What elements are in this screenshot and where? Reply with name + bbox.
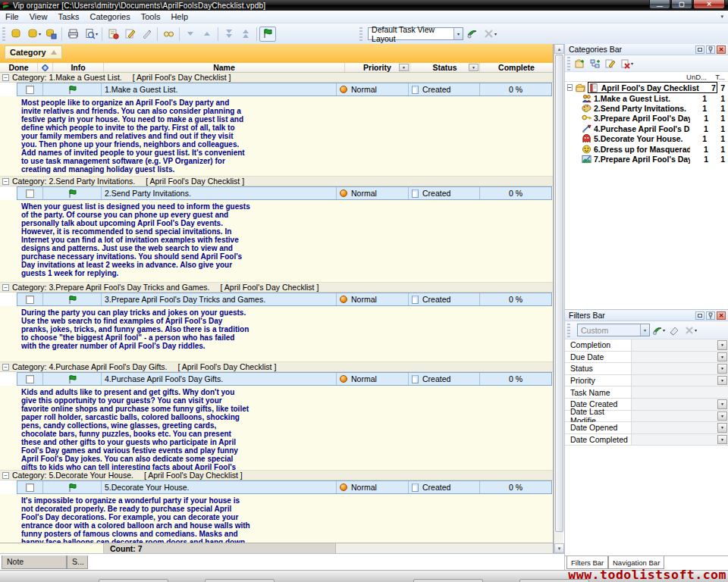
dropdown-icon[interactable]: ▼ xyxy=(717,340,727,350)
tree-item-gifts[interactable]: 4.Purchase April Fool's Day 1 1 xyxy=(565,124,728,133)
menubar-overflow-icon[interactable]: ▾ xyxy=(720,14,723,20)
done-checkbox[interactable] xyxy=(26,483,34,492)
delete-task-icon[interactable] xyxy=(138,27,155,42)
column-header-complete[interactable]: Complete xyxy=(480,63,553,72)
new-category-icon[interactable] xyxy=(573,57,588,70)
collapse-icon[interactable]: − xyxy=(2,364,9,371)
filters-toolbar-overflow-icon[interactable]: ▾ xyxy=(695,327,697,333)
tree-item-invitations[interactable]: 2.Send Party Invitations. 1 1 xyxy=(565,103,728,113)
column-total[interactable]: T... xyxy=(707,73,725,81)
priority-filter-dropdown-icon[interactable]: ▼ xyxy=(399,64,409,71)
collapse-icon[interactable]: − xyxy=(2,178,9,185)
done-checkbox[interactable] xyxy=(26,86,34,94)
collapse-icon[interactable]: − xyxy=(567,84,573,91)
task-row[interactable]: 4.Purchase April Fool's Day Gifts. Norma… xyxy=(17,372,552,386)
menu-file[interactable]: File xyxy=(0,11,24,22)
task-row[interactable]: 5.Decorate Your House. Normal Created 0 … xyxy=(17,480,552,494)
new-subcategory-icon[interactable] xyxy=(588,57,603,70)
filter-value-field[interactable]: ▼ xyxy=(632,411,728,422)
panel-pin-icon[interactable] xyxy=(706,311,715,320)
panel-close-icon[interactable]: ✕ xyxy=(717,45,726,54)
move-top-icon[interactable] xyxy=(237,27,254,42)
filter-value-field[interactable]: ▼ xyxy=(632,399,728,410)
dropdown-icon[interactable]: ▼ xyxy=(717,411,727,421)
panel-pin-icon[interactable] xyxy=(706,45,715,54)
column-header-status[interactable]: Status▼ xyxy=(410,63,480,72)
task-row[interactable]: 1.Make a Guest List. Normal Created 0 % xyxy=(17,83,552,96)
categories-toolbar-overflow-icon[interactable]: ▾ xyxy=(631,61,633,66)
tree-item-masquerade[interactable]: 6.Dress up for Masquerade. 1 1 xyxy=(565,144,728,154)
category-header-row[interactable]: − Category: 4.Purchase April Fool's Day … xyxy=(0,362,553,372)
collapse-icon[interactable]: − xyxy=(2,74,9,81)
combo-dropdown-icon[interactable]: ▾ xyxy=(453,28,463,39)
group-by-category-button[interactable]: Category xyxy=(5,45,62,59)
maximize-button[interactable]: ▢ xyxy=(671,0,692,9)
tree-item-guest-list[interactable]: 1.Make a Guest List. 1 1 xyxy=(565,93,728,103)
panel-close-icon[interactable]: ✕ xyxy=(717,311,726,320)
filter-value-field[interactable]: ▼ xyxy=(632,434,728,446)
print-preview-icon[interactable] xyxy=(81,27,98,42)
menu-view[interactable]: View xyxy=(24,11,53,22)
dropdown-icon[interactable]: ▼ xyxy=(717,435,727,445)
scroll-up-icon[interactable]: ▲ xyxy=(554,44,564,54)
column-undone[interactable]: UnD... xyxy=(684,73,707,81)
task-view-layout-combo[interactable]: Default Task View Layout ▾ xyxy=(368,27,463,40)
column-header-name[interactable]: Name xyxy=(104,63,345,72)
clear-filter-eraser-icon[interactable] xyxy=(667,324,682,337)
dropdown-icon[interactable]: ▼ xyxy=(717,376,727,386)
tree-root-checklist[interactable]: − April Fool's Day Checklist 7 7 xyxy=(565,82,728,93)
menu-help[interactable]: Help xyxy=(165,11,193,22)
tree-item-decorate[interactable]: 5.Decorate Your House. 1 1 xyxy=(565,134,728,144)
column-header-info[interactable]: Info xyxy=(53,63,104,72)
new-database-icon[interactable] xyxy=(8,27,24,42)
apply-filter-dropdown-icon[interactable]: ▾ xyxy=(663,327,665,333)
move-down-icon[interactable] xyxy=(182,27,199,42)
new-task-icon[interactable] xyxy=(105,27,121,42)
dropdown-icon[interactable]: ▼ xyxy=(717,423,727,433)
category-header-row[interactable]: − Category: 1.Make a Guest List. [ April… xyxy=(0,73,553,83)
menu-tools[interactable]: Tools xyxy=(136,11,166,22)
category-header-row[interactable]: − Category: 3.Prepare April Fool's Day T… xyxy=(0,283,553,293)
filter-value-field[interactable] xyxy=(632,386,728,398)
open-database-icon[interactable] xyxy=(24,27,41,42)
edit-category-icon[interactable] xyxy=(603,57,618,70)
move-up-icon[interactable] xyxy=(199,27,215,42)
combo-dropdown-icon[interactable]: ▾ xyxy=(640,324,649,336)
grid-vertical-scrollbar[interactable]: ▲ ▼ xyxy=(554,44,563,553)
collapse-icon[interactable]: − xyxy=(2,284,9,291)
done-checkbox[interactable] xyxy=(26,296,34,304)
filter-value-field[interactable]: ▼ xyxy=(632,340,728,351)
filter-value-field[interactable]: ▼ xyxy=(632,363,728,374)
category-header-row[interactable]: − Category: 5.Decorate Your House. [ Apr… xyxy=(0,471,553,480)
menu-categories[interactable]: Categories xyxy=(85,11,136,22)
scrollbar-thumb[interactable] xyxy=(555,55,563,532)
filter-preset-combo[interactable]: Custom ▾ xyxy=(577,324,650,336)
task-row[interactable]: 3.Prepare April Fool's Day Tricks and Ga… xyxy=(17,293,552,306)
done-checkbox[interactable] xyxy=(26,375,34,383)
notification-flag-icon[interactable] xyxy=(259,27,276,42)
view-notes-icon[interactable] xyxy=(160,27,177,42)
filter-value-field[interactable]: ▼ xyxy=(632,352,728,363)
tab-s[interactable]: S... xyxy=(67,555,88,569)
status-filter-dropdown-icon[interactable]: ▼ xyxy=(469,64,479,71)
tree-item-fools-food[interactable]: 7.Prepare April Fool's Day F 1 1 xyxy=(565,154,728,164)
apply-layout-icon[interactable] xyxy=(463,27,480,42)
column-header-priority[interactable]: Priority▼ xyxy=(345,63,410,72)
column-header-priority-icon[interactable] xyxy=(38,63,53,72)
dropdown-icon[interactable]: ▼ xyxy=(717,364,727,374)
save-database-icon[interactable] xyxy=(42,27,59,42)
collapse-icon[interactable]: − xyxy=(2,472,9,479)
close-button[interactable]: ✕ xyxy=(693,0,725,9)
filter-value-field[interactable]: ▼ xyxy=(632,375,728,386)
minimize-button[interactable]: — xyxy=(649,0,670,9)
dropdown-icon[interactable]: ▼ xyxy=(717,399,727,409)
done-checkbox[interactable] xyxy=(26,189,34,198)
move-bottom-icon[interactable] xyxy=(221,27,237,42)
print-icon[interactable] xyxy=(64,27,81,42)
panel-restore-icon[interactable] xyxy=(695,311,704,320)
delete-layout-icon[interactable] xyxy=(480,27,497,42)
panel-restore-icon[interactable] xyxy=(695,45,704,54)
dropdown-icon[interactable]: ▼ xyxy=(717,352,727,362)
task-row[interactable]: 2.Send Party Invitations. Normal Created… xyxy=(17,186,552,200)
scroll-down-icon[interactable]: ▼ xyxy=(554,543,564,553)
